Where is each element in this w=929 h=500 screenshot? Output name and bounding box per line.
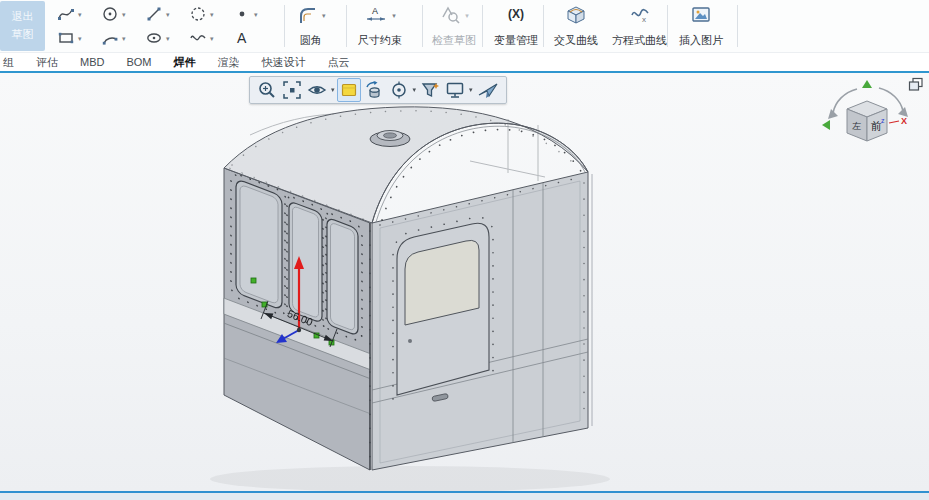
tab-evaluate[interactable]: 评估 (25, 55, 69, 70)
spline-tool[interactable]: ▾ (54, 2, 98, 26)
ribbon-divider (284, 5, 285, 47)
rotate-view-button[interactable] (362, 78, 386, 102)
ribbon-divider (737, 5, 738, 47)
zoom-icon (257, 80, 277, 100)
cross-curve-button[interactable]: 交叉曲线 (550, 2, 602, 50)
model-canvas[interactable]: 56.00 ▾ ▾ ▾ (0, 73, 929, 491)
wave-tool[interactable]: ▾ (186, 26, 230, 50)
variable-manager-button[interactable]: (X) 变量管理 (490, 2, 542, 50)
sketch-tool-grid: ▾ ▾ ▾ ▾ ▾ ▾ ▾ ▾ (54, 2, 274, 50)
view-orientation-button[interactable] (387, 78, 411, 102)
insert-image-button[interactable]: 插入图片 (675, 2, 727, 50)
circle-icon (101, 5, 119, 23)
equation-curve-button[interactable]: x 方程式曲线 (608, 2, 671, 50)
tab-weldment[interactable]: 焊件 (163, 55, 207, 70)
cab-model[interactable] (224, 107, 592, 470)
chevron-down-icon[interactable]: ▾ (392, 12, 396, 19)
zoom-button[interactable] (255, 78, 279, 102)
view-orientation-icon (389, 80, 409, 100)
filter-button[interactable] (418, 78, 442, 102)
filter-icon (420, 80, 440, 100)
check-sketch-label: 检查草图 (432, 33, 476, 48)
chevron-down-icon[interactable]: ▾ (166, 11, 170, 18)
chevron-down-icon[interactable]: ▾ (122, 35, 126, 42)
cross-curve-icon (565, 4, 587, 26)
chevron-down-icon[interactable]: ▾ (322, 12, 326, 19)
cross-curve-label: 交叉曲线 (554, 33, 598, 48)
chevron-down-icon[interactable]: ▾ (78, 11, 82, 18)
equation-curve-label: 方程式曲线 (612, 33, 667, 48)
model-viewport[interactable]: 56.00 (0, 73, 929, 491)
cube-left-label[interactable]: 左 (852, 121, 861, 131)
circle-tool[interactable]: ▾ (98, 2, 142, 26)
hide-show-button[interactable] (305, 78, 329, 102)
status-bar (0, 491, 929, 500)
axis-x-label: X (901, 116, 907, 126)
equation-curve-icon: x (629, 4, 651, 26)
slot-tool[interactable]: ▾ (142, 26, 186, 50)
point-tool[interactable]: ▾ (230, 2, 274, 26)
display-mode-button[interactable] (443, 78, 467, 102)
tab-bom[interactable]: BOM (115, 56, 162, 68)
rectangle-icon (57, 29, 75, 47)
tab-group[interactable]: 组 (0, 55, 25, 70)
chevron-down-icon: ▾ (465, 12, 469, 19)
exit-sketch-button[interactable]: 退出草图 (0, 1, 45, 51)
ribbon-divider (667, 5, 668, 47)
tab-point-cloud[interactable]: 点云 (317, 55, 361, 70)
chevron-down-icon[interactable]: ▾ (210, 11, 214, 18)
axis-z-label: z (881, 117, 885, 124)
eye-icon (307, 80, 327, 100)
view-orientation-dropdown[interactable]: ▾ (412, 86, 418, 94)
fly-through-button[interactable] (475, 78, 501, 102)
ribbon-divider (346, 5, 347, 47)
restore-window-icon (908, 77, 924, 92)
restore-window-button[interactable] (908, 77, 924, 96)
tab-quick-design[interactable]: 快速设计 (251, 55, 317, 70)
arc-icon (101, 29, 119, 47)
arc-tool[interactable]: ▾ (98, 26, 142, 50)
model-shadow (210, 466, 610, 491)
svg-text:x: x (642, 15, 646, 24)
chevron-down-icon[interactable]: ▾ (122, 11, 126, 18)
svg-text:A: A (237, 30, 247, 46)
section-plane-button[interactable] (337, 78, 361, 102)
dimension-constraint-button[interactable]: A ▾ 尺寸约束 (354, 2, 406, 50)
fit-view-button[interactable] (280, 78, 304, 102)
tab-mbd[interactable]: MBD (69, 56, 115, 68)
variable-label: 变量管理 (494, 33, 538, 48)
fillet-button[interactable]: ▾ 圆角 (292, 2, 330, 50)
ribbon: 退出草图 ▾ ▾ ▾ ▾ ▾ ▾ ▾ (0, 0, 929, 52)
chevron-down-icon[interactable]: ▾ (166, 35, 170, 42)
fly-through-icon (477, 80, 499, 100)
insert-image-icon (690, 4, 712, 26)
text-tool[interactable]: A (230, 26, 274, 50)
tab-render[interactable]: 渲染 (207, 55, 251, 70)
insert-image-label: 插入图片 (679, 33, 723, 48)
fillet-label: 圆角 (300, 33, 322, 48)
check-sketch-icon (439, 4, 461, 26)
ellipse-icon (189, 5, 207, 23)
dimension-icon: A (364, 4, 388, 26)
point-icon (233, 5, 251, 23)
hide-show-dropdown[interactable]: ▾ (330, 86, 336, 94)
ellipse-tool[interactable]: ▾ (186, 2, 230, 26)
line-tool[interactable]: ▾ (142, 2, 186, 26)
chevron-down-icon[interactable]: ▾ (78, 35, 82, 42)
slot-icon (145, 29, 163, 47)
line-icon (145, 5, 163, 23)
rectangle-tool[interactable]: ▾ (54, 26, 98, 50)
dimension-label: 尺寸约束 (358, 33, 402, 48)
display-mode-icon (445, 80, 465, 100)
ribbon-divider (422, 5, 423, 47)
spline-icon (57, 5, 75, 23)
text-icon: A (233, 29, 251, 47)
ribbon-tabbar: 组 评估 MBD BOM 焊件 渲染 快速设计 点云 (0, 52, 929, 71)
ribbon-divider (482, 5, 483, 47)
fillet-icon (296, 4, 318, 26)
display-mode-dropdown[interactable]: ▾ (468, 86, 474, 94)
chevron-down-icon[interactable]: ▾ (254, 11, 258, 18)
view-cube[interactable]: 左 前 z X (819, 79, 915, 171)
variable-icon: (X) (508, 4, 524, 24)
chevron-down-icon[interactable]: ▾ (210, 35, 214, 42)
